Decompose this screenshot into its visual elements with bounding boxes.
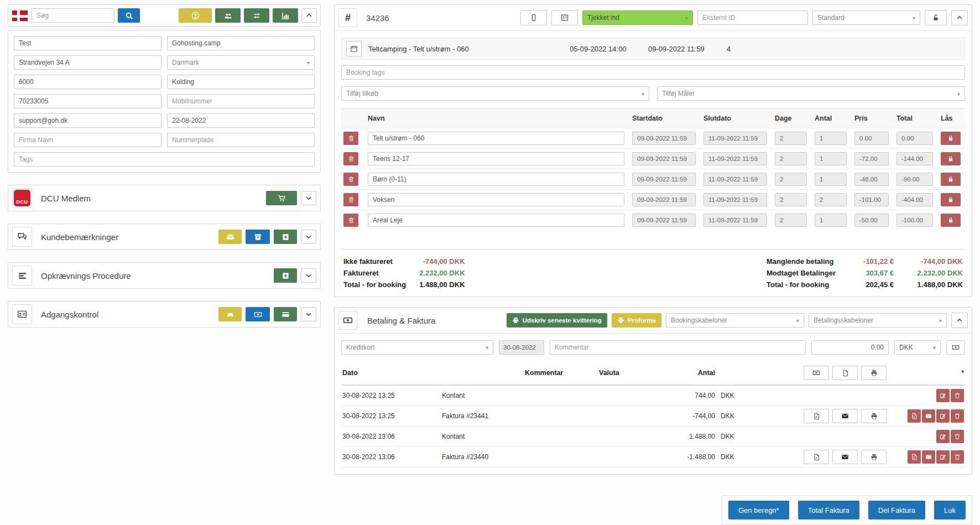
customer-tags-input[interactable] — [14, 152, 315, 167]
item-end-input[interactable] — [703, 132, 767, 145]
item-name-input[interactable] — [368, 132, 624, 145]
lock-item-button[interactable] — [941, 173, 961, 186]
edit-payment-button[interactable] — [936, 430, 950, 443]
invoice-pdf-red-button[interactable] — [908, 409, 921, 423]
item-total-input[interactable] — [896, 214, 933, 227]
dcu-cart-button[interactable] — [266, 191, 297, 205]
delete-payment-button[interactable] — [951, 450, 964, 464]
customer-profile-button[interactable] — [179, 8, 212, 23]
date-field[interactable] — [167, 113, 315, 128]
item-days-input[interactable] — [775, 152, 807, 165]
item-qty-input[interactable] — [815, 132, 847, 145]
payment-amount-input[interactable] — [811, 340, 889, 355]
invoice-mail-red-button[interactable] — [922, 409, 935, 423]
item-days-input[interactable] — [775, 214, 807, 227]
item-name-input[interactable] — [368, 173, 624, 186]
collapse-payments-button[interactable] — [951, 313, 968, 328]
booking-status-select[interactable]: Tjekket ind ▾ — [582, 11, 693, 25]
lock-item-button[interactable] — [941, 193, 961, 206]
address-field[interactable] — [14, 55, 161, 70]
item-qty-input[interactable] — [815, 193, 847, 206]
expand-procedure-button[interactable] — [301, 268, 316, 283]
email-field[interactable] — [14, 113, 161, 128]
delete-payment-button[interactable] — [951, 430, 964, 443]
lock-item-button[interactable] — [941, 214, 961, 227]
expand-dcu-button[interactable] — [301, 191, 316, 205]
invoice-print-button[interactable] — [861, 450, 887, 464]
transfer-button[interactable] — [244, 8, 269, 23]
partial-invoice-button[interactable]: Del Faktura — [868, 501, 925, 519]
collapse-booking-button[interactable] — [951, 10, 968, 25]
pay-all-cash-button[interactable] — [804, 366, 829, 380]
delete-item-button[interactable] — [343, 193, 358, 206]
card-access-button[interactable] — [274, 307, 297, 321]
delete-item-button[interactable] — [343, 152, 358, 165]
delete-item-button[interactable] — [343, 173, 358, 186]
payment-date-field[interactable]: 30-08-2022 — [499, 340, 544, 355]
search-button[interactable] — [118, 8, 140, 23]
phone-field[interactable] — [14, 94, 161, 108]
guests-button[interactable] — [215, 8, 241, 23]
invoice-mail-button[interactable] — [832, 409, 858, 423]
cash-access-button[interactable] — [246, 307, 270, 321]
print-last-receipt-button[interactable]: Udskriv seneste kvittering — [507, 313, 607, 328]
item-days-input[interactable] — [775, 193, 807, 206]
add-procedure-button[interactable] — [274, 268, 297, 283]
city-field[interactable] — [167, 75, 315, 89]
item-name-input[interactable] — [368, 193, 624, 206]
edit-payment-button[interactable] — [936, 450, 950, 464]
item-total-input[interactable] — [896, 152, 933, 165]
contact-card-button[interactable] — [551, 10, 578, 25]
add-addon-select[interactable]: Tilføj tilkøb ▾ — [341, 86, 649, 101]
item-price-input[interactable] — [854, 152, 889, 165]
payment-comment-input[interactable] — [550, 340, 806, 355]
delete-item-button[interactable] — [343, 214, 358, 227]
item-qty-input[interactable] — [815, 173, 847, 186]
send-note-mail-button[interactable] — [218, 230, 242, 244]
item-price-input[interactable] — [854, 132, 889, 145]
total-invoice-button[interactable]: Total Faktura — [798, 501, 859, 519]
new-document-button[interactable] — [832, 366, 858, 380]
expand-access-button[interactable] — [301, 307, 316, 321]
item-total-input[interactable] — [896, 173, 933, 186]
item-start-input[interactable] — [632, 132, 696, 145]
add-note-button[interactable] — [274, 230, 297, 244]
invoice-pdf-button[interactable] — [804, 450, 829, 464]
item-qty-input[interactable] — [815, 214, 847, 227]
plate-field[interactable] — [167, 133, 315, 147]
item-end-input[interactable] — [703, 193, 767, 206]
expand-notes-button[interactable] — [301, 230, 316, 244]
collapse-customer-button[interactable] — [301, 8, 317, 23]
item-days-input[interactable] — [775, 132, 807, 145]
item-price-input[interactable] — [854, 214, 889, 227]
website-field[interactable] — [167, 36, 315, 50]
mobile-field[interactable] — [167, 94, 315, 108]
archive-notes-button[interactable] — [246, 230, 270, 244]
item-total-input[interactable] — [896, 132, 933, 145]
item-price-input[interactable] — [854, 193, 889, 206]
item-start-input[interactable] — [632, 173, 696, 186]
payment-method-select[interactable]: Kreditkort ▾ — [341, 340, 493, 355]
lock-item-button[interactable] — [941, 132, 961, 145]
item-price-input[interactable] — [854, 173, 889, 186]
payment-templates-select[interactable]: Betalingsskabeloner ▾ — [809, 313, 947, 328]
vehicle-access-button[interactable] — [218, 307, 242, 321]
item-qty-input[interactable] — [815, 152, 847, 165]
register-payment-button[interactable] — [946, 340, 965, 355]
delete-payment-button[interactable] — [951, 409, 964, 423]
item-end-input[interactable] — [703, 214, 767, 227]
item-start-input[interactable] — [632, 214, 696, 227]
recalculate-button[interactable]: Gen beregn* — [728, 501, 789, 519]
search-input[interactable] — [32, 8, 114, 23]
booking-templates-select[interactable]: Bookingskabeloner ▾ — [666, 313, 804, 328]
close-button[interactable]: Luk — [934, 501, 966, 519]
invoice-print-button[interactable] — [861, 409, 887, 423]
item-name-input[interactable] — [368, 214, 624, 227]
item-name-input[interactable] — [368, 152, 624, 165]
proforma-button[interactable]: Proforma — [612, 313, 661, 328]
booking-template-select[interactable]: Standard ▾ — [812, 11, 920, 25]
external-id-input[interactable] — [697, 11, 808, 25]
item-start-input[interactable] — [632, 193, 696, 206]
booking-tags-input[interactable] — [341, 65, 965, 80]
invoice-pdf-red-button[interactable] — [908, 450, 921, 464]
